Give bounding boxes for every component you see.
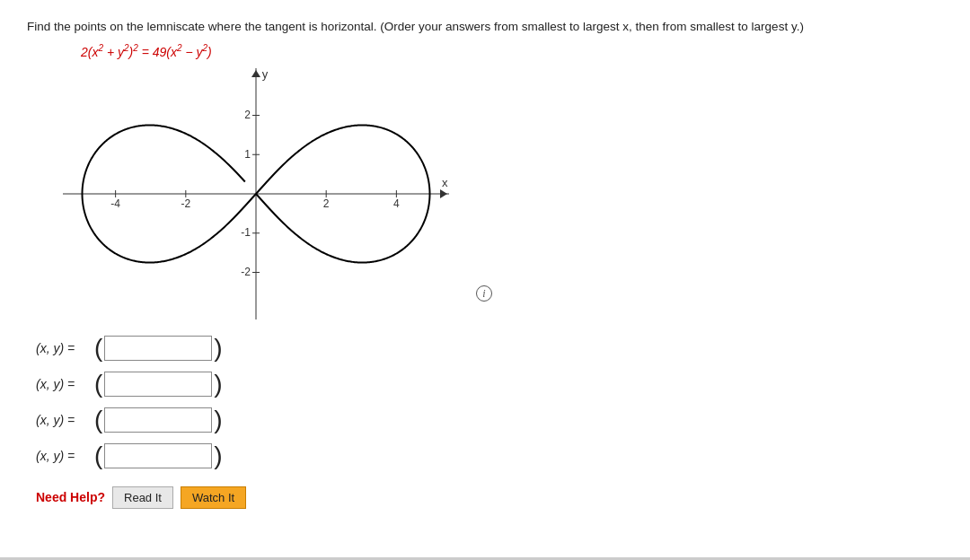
equation-display: 2(x2 + y2)2 = 49(x2 − y2) <box>81 43 943 59</box>
answer-input-1[interactable] <box>104 336 212 361</box>
answer-input-3[interactable] <box>104 407 212 433</box>
input-label-1: (x, y) = <box>36 341 94 355</box>
paren-right-1: ) <box>214 336 222 361</box>
paren-left-4: ( <box>94 443 102 468</box>
help-row: Need Help? Read It Watch It <box>36 486 943 509</box>
input-row-2: (x, y) = ( ) <box>36 372 943 397</box>
problem-instruction: Find the points on the lemniscate where … <box>27 18 943 36</box>
need-help-label: Need Help? <box>36 490 105 504</box>
paren-left-2: ( <box>94 372 102 397</box>
info-icon[interactable]: i <box>476 285 492 302</box>
page-container: Find the points on the lemniscate where … <box>0 0 970 560</box>
input-row-1: (x, y) = ( ) <box>36 336 943 361</box>
graph-area <box>63 68 943 319</box>
paren-left-3: ( <box>94 407 102 433</box>
input-row-4: (x, y) = ( ) <box>36 443 943 468</box>
watch-it-button[interactable]: Watch It <box>181 486 246 509</box>
input-label-3: (x, y) = <box>36 413 94 427</box>
answer-input-2[interactable] <box>104 372 212 397</box>
paren-right-3: ) <box>214 407 222 433</box>
inputs-area: (x, y) = ( ) (x, y) = ( ) (x, y) = ( ) (… <box>36 336 943 468</box>
paren-left-1: ( <box>94 336 102 361</box>
input-label-4: (x, y) = <box>36 449 94 463</box>
input-label-2: (x, y) = <box>36 377 94 391</box>
paren-right-4: ) <box>214 443 222 468</box>
answer-input-4[interactable] <box>104 443 212 468</box>
input-row-3: (x, y) = ( ) <box>36 407 943 433</box>
read-it-button[interactable]: Read It <box>112 486 173 509</box>
lemniscate-graph <box>63 68 449 319</box>
paren-right-2: ) <box>214 372 222 397</box>
